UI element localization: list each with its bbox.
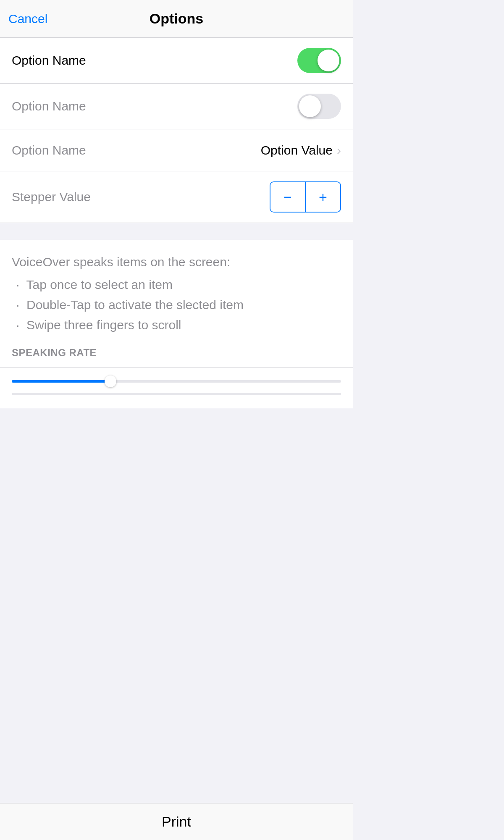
option-name-label-3: Option Name <box>12 143 86 158</box>
stepper-label: Stepper Value <box>12 190 91 204</box>
slider-blue-track[interactable] <box>12 380 341 383</box>
toggle-on-switch[interactable] <box>297 48 341 73</box>
toggle-off-switch[interactable] <box>297 94 341 119</box>
option-row-stepper: Stepper Value − + <box>0 171 353 223</box>
page-title: Options <box>150 10 203 27</box>
navigation-bar: Cancel Options <box>0 0 353 38</box>
bottom-bar: Print <box>0 803 353 840</box>
slider-section[interactable] <box>0 367 353 408</box>
slider-blue-container <box>12 380 341 383</box>
spacer-1 <box>0 223 353 231</box>
toggle-thumb-on <box>318 50 339 71</box>
settings-list: Option Name Option Name Option Name Opti… <box>0 38 353 223</box>
option-row-toggle-on[interactable]: Option Name <box>0 38 353 84</box>
info-bullet-3: · Swipe three fingers to scroll <box>12 315 341 335</box>
stepper-increment-button[interactable]: + <box>306 182 340 212</box>
info-bullet-2: · Double-Tap to activate the slected ite… <box>12 295 341 315</box>
slider-gray-container <box>12 393 341 395</box>
slider-blue-fill <box>12 380 110 383</box>
option-name-label-2: Option Name <box>12 99 86 113</box>
stepper-decrement-button[interactable]: − <box>270 182 305 212</box>
option-value-text: Option Value <box>261 143 333 158</box>
option-row-toggle-off[interactable]: Option Name <box>0 84 353 129</box>
option-row-disclosure[interactable]: Option Name Option Value › <box>0 129 353 171</box>
speaking-rate-label: SPEAKING RATE <box>12 347 341 359</box>
stepper-control: − + <box>270 181 341 213</box>
bottom-spacer <box>0 408 353 459</box>
info-section: VoiceOver speaks items on the screen: · … <box>0 240 353 367</box>
slider-blue-thumb[interactable] <box>105 375 116 387</box>
toggle-track-on <box>297 48 341 73</box>
info-description: VoiceOver speaks items on the screen: <box>12 252 341 271</box>
toggle-thumb-off <box>299 95 321 117</box>
chevron-right-icon: › <box>337 143 341 158</box>
option-value-group: Option Value › <box>261 143 341 158</box>
cancel-button[interactable]: Cancel <box>8 12 47 26</box>
info-bullet-1: · Tap once to select an item <box>12 275 341 295</box>
toggle-track-off <box>297 94 341 119</box>
slider-gray-track[interactable] <box>12 393 341 395</box>
print-button[interactable]: Print <box>162 814 191 830</box>
option-name-label-1: Option Name <box>12 53 86 68</box>
